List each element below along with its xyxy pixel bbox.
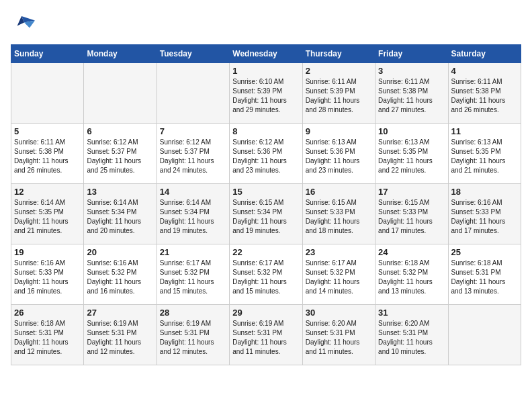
calendar-cell: 24Sunrise: 6:18 AM Sunset: 5:32 PM Dayli… [375, 244, 448, 305]
day-number: 21 [160, 247, 226, 257]
cell-info: Sunrise: 6:14 AM Sunset: 5:35 PM Dayligh… [14, 198, 81, 236]
cell-info: Sunrise: 6:17 AM Sunset: 5:32 PM Dayligh… [160, 259, 226, 296]
day-number: 19 [14, 247, 81, 257]
calendar-cell: 26Sunrise: 6:18 AM Sunset: 5:31 PM Dayli… [11, 305, 84, 365]
calendar-cell: 14Sunrise: 6:14 AM Sunset: 5:34 PM Dayli… [157, 184, 229, 244]
cell-info: Sunrise: 6:13 AM Sunset: 5:35 PM Dayligh… [451, 138, 518, 175]
cell-info: Sunrise: 6:10 AM Sunset: 5:39 PM Dayligh… [232, 77, 299, 115]
weekday-header-saturday: Saturday [448, 45, 521, 63]
day-number: 17 [378, 187, 445, 197]
calendar-cell: 5Sunrise: 6:11 AM Sunset: 5:38 PM Daylig… [11, 124, 84, 184]
cell-info: Sunrise: 6:20 AM Sunset: 5:31 PM Dayligh… [378, 319, 445, 357]
calendar-cell: 27Sunrise: 6:19 AM Sunset: 5:31 PM Dayli… [84, 305, 157, 365]
day-number: 15 [232, 187, 299, 197]
cell-info: Sunrise: 6:16 AM Sunset: 5:33 PM Dayligh… [14, 259, 81, 296]
cell-info: Sunrise: 6:17 AM Sunset: 5:32 PM Dayligh… [306, 259, 372, 296]
page-header [11, 11, 521, 38]
day-number: 5 [14, 126, 81, 136]
calendar-cell: 10Sunrise: 6:13 AM Sunset: 5:35 PM Dayli… [375, 124, 448, 184]
day-number: 10 [378, 126, 445, 136]
cell-info: Sunrise: 6:11 AM Sunset: 5:39 PM Dayligh… [306, 77, 372, 115]
day-number: 28 [160, 308, 226, 318]
cell-info: Sunrise: 6:13 AM Sunset: 5:35 PM Dayligh… [378, 138, 445, 175]
cell-info: Sunrise: 6:12 AM Sunset: 5:37 PM Dayligh… [87, 138, 153, 175]
day-number: 4 [451, 66, 518, 76]
cell-info: Sunrise: 6:12 AM Sunset: 5:37 PM Dayligh… [160, 138, 226, 175]
calendar-cell: 25Sunrise: 6:18 AM Sunset: 5:31 PM Dayli… [448, 244, 521, 305]
day-number: 24 [378, 247, 445, 257]
day-number: 27 [87, 308, 153, 318]
day-number: 22 [232, 247, 299, 257]
day-number: 30 [306, 308, 372, 318]
day-number: 25 [451, 247, 518, 257]
day-number: 18 [451, 187, 518, 197]
cell-info: Sunrise: 6:15 AM Sunset: 5:33 PM Dayligh… [306, 198, 372, 236]
day-number: 23 [306, 247, 372, 257]
calendar-cell: 6Sunrise: 6:12 AM Sunset: 5:37 PM Daylig… [84, 124, 157, 184]
calendar-table: SundayMondayTuesdayWednesdayThursdayFrid… [11, 44, 521, 365]
day-number: 7 [160, 126, 226, 136]
cell-info: Sunrise: 6:18 AM Sunset: 5:32 PM Dayligh… [378, 259, 445, 296]
calendar-cell: 16Sunrise: 6:15 AM Sunset: 5:33 PM Dayli… [302, 184, 375, 244]
calendar-cell: 23Sunrise: 6:17 AM Sunset: 5:32 PM Dayli… [302, 244, 375, 305]
day-number: 1 [232, 66, 299, 76]
cell-info: Sunrise: 6:16 AM Sunset: 5:33 PM Dayligh… [451, 198, 518, 236]
cell-info: Sunrise: 6:11 AM Sunset: 5:38 PM Dayligh… [451, 77, 518, 115]
day-number: 3 [378, 66, 445, 76]
cell-info: Sunrise: 6:11 AM Sunset: 5:38 PM Dayligh… [14, 138, 81, 175]
calendar-cell: 1Sunrise: 6:10 AM Sunset: 5:39 PM Daylig… [230, 63, 302, 124]
calendar-week-row: 19Sunrise: 6:16 AM Sunset: 5:33 PM Dayli… [11, 244, 521, 305]
day-number: 2 [306, 66, 372, 76]
cell-info: Sunrise: 6:14 AM Sunset: 5:34 PM Dayligh… [160, 198, 226, 236]
calendar-cell: 9Sunrise: 6:13 AM Sunset: 5:36 PM Daylig… [302, 124, 375, 184]
day-number: 14 [160, 187, 226, 197]
cell-info: Sunrise: 6:20 AM Sunset: 5:31 PM Dayligh… [306, 319, 372, 357]
calendar-cell [11, 63, 84, 124]
calendar-cell: 8Sunrise: 6:12 AM Sunset: 5:36 PM Daylig… [230, 124, 302, 184]
cell-info: Sunrise: 6:17 AM Sunset: 5:32 PM Dayligh… [232, 259, 299, 296]
calendar-cell: 2Sunrise: 6:11 AM Sunset: 5:39 PM Daylig… [302, 63, 375, 124]
calendar-week-row: 26Sunrise: 6:18 AM Sunset: 5:31 PM Dayli… [11, 305, 521, 365]
day-number: 9 [306, 126, 372, 136]
calendar-cell [157, 63, 229, 124]
weekday-header-friday: Friday [375, 45, 448, 63]
cell-info: Sunrise: 6:18 AM Sunset: 5:31 PM Dayligh… [14, 319, 81, 357]
day-number: 16 [306, 187, 372, 197]
calendar-cell: 17Sunrise: 6:15 AM Sunset: 5:33 PM Dayli… [375, 184, 448, 244]
logo-icon [11, 11, 38, 38]
calendar-cell: 7Sunrise: 6:12 AM Sunset: 5:37 PM Daylig… [157, 124, 229, 184]
cell-info: Sunrise: 6:19 AM Sunset: 5:31 PM Dayligh… [232, 319, 299, 357]
day-number: 26 [14, 308, 81, 318]
cell-info: Sunrise: 6:12 AM Sunset: 5:36 PM Dayligh… [232, 138, 299, 175]
day-number: 31 [378, 308, 445, 318]
day-number: 8 [232, 126, 299, 136]
calendar-cell [84, 63, 157, 124]
calendar-week-row: 1Sunrise: 6:10 AM Sunset: 5:39 PM Daylig… [11, 63, 521, 124]
calendar-cell: 13Sunrise: 6:14 AM Sunset: 5:34 PM Dayli… [84, 184, 157, 244]
weekday-header-tuesday: Tuesday [157, 45, 229, 63]
cell-info: Sunrise: 6:19 AM Sunset: 5:31 PM Dayligh… [160, 319, 226, 357]
logo [11, 11, 40, 38]
calendar-cell: 29Sunrise: 6:19 AM Sunset: 5:31 PM Dayli… [230, 305, 302, 365]
calendar-cell: 11Sunrise: 6:13 AM Sunset: 5:35 PM Dayli… [448, 124, 521, 184]
calendar-cell: 18Sunrise: 6:16 AM Sunset: 5:33 PM Dayli… [448, 184, 521, 244]
day-number: 13 [87, 187, 153, 197]
calendar-cell: 20Sunrise: 6:16 AM Sunset: 5:32 PM Dayli… [84, 244, 157, 305]
cell-info: Sunrise: 6:11 AM Sunset: 5:38 PM Dayligh… [378, 77, 445, 115]
calendar-week-row: 12Sunrise: 6:14 AM Sunset: 5:35 PM Dayli… [11, 184, 521, 244]
cell-info: Sunrise: 6:15 AM Sunset: 5:34 PM Dayligh… [232, 198, 299, 236]
calendar-cell [448, 305, 521, 365]
weekday-header-monday: Monday [84, 45, 157, 63]
cell-info: Sunrise: 6:16 AM Sunset: 5:32 PM Dayligh… [87, 259, 153, 296]
day-number: 6 [87, 126, 153, 136]
calendar-cell: 22Sunrise: 6:17 AM Sunset: 5:32 PM Dayli… [230, 244, 302, 305]
cell-info: Sunrise: 6:15 AM Sunset: 5:33 PM Dayligh… [378, 198, 445, 236]
weekday-header-thursday: Thursday [302, 45, 375, 63]
weekday-header-row: SundayMondayTuesdayWednesdayThursdayFrid… [11, 45, 521, 63]
day-number: 11 [451, 126, 518, 136]
day-number: 12 [14, 187, 81, 197]
calendar-cell: 15Sunrise: 6:15 AM Sunset: 5:34 PM Dayli… [230, 184, 302, 244]
calendar-cell: 4Sunrise: 6:11 AM Sunset: 5:38 PM Daylig… [448, 63, 521, 124]
calendar-cell: 31Sunrise: 6:20 AM Sunset: 5:31 PM Dayli… [375, 305, 448, 365]
cell-info: Sunrise: 6:13 AM Sunset: 5:36 PM Dayligh… [306, 138, 372, 175]
